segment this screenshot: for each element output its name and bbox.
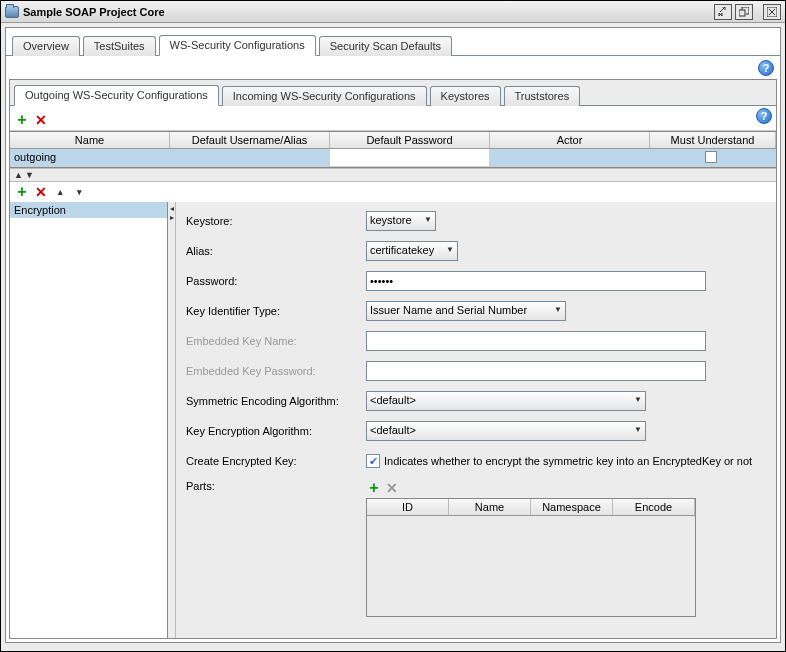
col-must-understand: Must Understand	[650, 132, 776, 148]
split-left-icon: ◂	[170, 204, 174, 213]
subtab-incoming[interactable]: Incoming WS-Security Configurations	[222, 86, 427, 106]
label-alias: Alias:	[186, 245, 366, 257]
label-keystore: Keystore:	[186, 215, 366, 227]
collapse-up-icon: ▲	[14, 170, 23, 180]
tab-security-scan-defaults[interactable]: Security Scan Defaults	[319, 36, 452, 56]
sub-tabs: Outgoing WS-Security Configurations Inco…	[10, 80, 776, 106]
remove-wss-entry-button[interactable]: ✕	[33, 184, 49, 200]
help-icon[interactable]: ?	[758, 60, 774, 76]
window-title: Sample SOAP Project Core	[23, 6, 711, 18]
outgoing-config-table[interactable]: Name Default Username/Alias Default Pass…	[10, 131, 776, 168]
col-name: Name	[10, 132, 170, 148]
parts-toolbar: + ✕	[366, 480, 696, 496]
content-area: Overview TestSuites WS-Security Configur…	[5, 27, 781, 643]
parts-table[interactable]: ID Name Namespace Encode	[366, 498, 696, 617]
close-window-button[interactable]	[763, 4, 781, 20]
cell-password[interactable]	[330, 149, 490, 167]
label-key-id-type: Key Identifier Type:	[186, 305, 366, 317]
maximize-window-button[interactable]	[735, 4, 753, 20]
remove-outgoing-config-button[interactable]: ✕	[33, 112, 49, 128]
cell-actor[interactable]	[490, 149, 650, 167]
wss-entries-list[interactable]: Encryption	[10, 202, 168, 638]
tab-overview[interactable]: Overview	[12, 36, 80, 56]
embedded-key-name-input	[366, 331, 706, 351]
keystore-select[interactable]: keystore	[366, 211, 436, 231]
cell-must-understand[interactable]	[650, 149, 776, 167]
split-handle[interactable]: ◂ ▸	[168, 202, 176, 638]
main-tabs: Overview TestSuites WS-Security Configur…	[6, 28, 780, 56]
cell-alias[interactable]	[170, 149, 330, 167]
add-wss-entry-button[interactable]: +	[14, 184, 30, 200]
label-key-enc-alg: Key Encryption Algorithm:	[186, 425, 366, 437]
sym-enc-alg-select[interactable]: <default>	[366, 391, 646, 411]
help-row-1: ?	[6, 56, 780, 76]
col-actor: Actor	[490, 132, 650, 148]
create-enc-key-checkbox[interactable]: ✔	[366, 454, 380, 468]
encryption-form: Keystore: keystore Alias: certificatekey…	[176, 202, 776, 638]
key-id-type-select[interactable]: Issuer Name and Serial Number	[366, 301, 566, 321]
table-row[interactable]: outgoing	[10, 149, 776, 167]
tab-ws-security[interactable]: WS-Security Configurations	[159, 35, 316, 56]
move-entry-down-button[interactable]: ▾	[71, 184, 87, 200]
parts-col-name: Name	[449, 499, 531, 515]
svg-rect-0	[739, 10, 745, 16]
label-embedded-key-password: Embedded Key Password:	[186, 365, 366, 377]
label-create-enc-key: Create Encrypted Key:	[186, 455, 366, 467]
add-part-button[interactable]: +	[366, 480, 382, 496]
parts-table-body	[367, 516, 695, 616]
inner-panel: Outgoing WS-Security Configurations Inco…	[9, 79, 777, 639]
must-understand-checkbox[interactable]	[705, 151, 717, 163]
wss-entries-toolbar: + ✕ ▴ ▾	[10, 182, 776, 202]
titlebar: Sample SOAP Project Core	[1, 1, 785, 23]
alias-select[interactable]: certificatekey	[366, 241, 458, 261]
minimize-window-button[interactable]	[714, 4, 732, 20]
key-enc-alg-select[interactable]: <default>	[366, 421, 646, 441]
parts-col-id: ID	[367, 499, 449, 515]
create-enc-key-hint: Indicates whether to encrypt the symmetr…	[384, 455, 752, 467]
split-right-icon: ▸	[170, 213, 174, 222]
parts-col-namespace: Namespace	[531, 499, 613, 515]
cell-name[interactable]: outgoing	[10, 149, 170, 167]
password-input[interactable]	[366, 271, 706, 291]
label-password: Password:	[186, 275, 366, 287]
embedded-key-password-input	[366, 361, 706, 381]
outgoing-toolbar: + ✕	[10, 106, 776, 131]
col-default-alias: Default Username/Alias	[170, 132, 330, 148]
remove-part-button[interactable]: ✕	[384, 480, 400, 496]
label-embedded-key-name: Embedded Key Name:	[186, 335, 366, 347]
subtab-truststores[interactable]: Truststores	[504, 86, 581, 106]
collapse-down-icon: ▼	[25, 170, 34, 180]
divider-collapse-top[interactable]: ▲ ▼	[10, 168, 776, 182]
subtab-keystores[interactable]: Keystores	[430, 86, 501, 106]
add-outgoing-config-button[interactable]: +	[14, 112, 30, 128]
parts-col-encode: Encode	[613, 499, 695, 515]
move-entry-up-button[interactable]: ▴	[52, 184, 68, 200]
wss-entry-encryption[interactable]: Encryption	[10, 202, 167, 218]
label-parts: Parts:	[186, 480, 366, 492]
subtab-outgoing[interactable]: Outgoing WS-Security Configurations	[14, 85, 219, 106]
label-sym-enc-alg: Symmetric Encoding Algorithm:	[186, 395, 366, 407]
help-icon-inner[interactable]: ?	[756, 108, 772, 124]
lower-split: Encryption ◂ ▸ Keystore: keystore Alias:…	[10, 202, 776, 638]
folder-icon	[5, 6, 19, 18]
tab-testsuites[interactable]: TestSuites	[83, 36, 156, 56]
col-default-password: Default Password	[330, 132, 490, 148]
